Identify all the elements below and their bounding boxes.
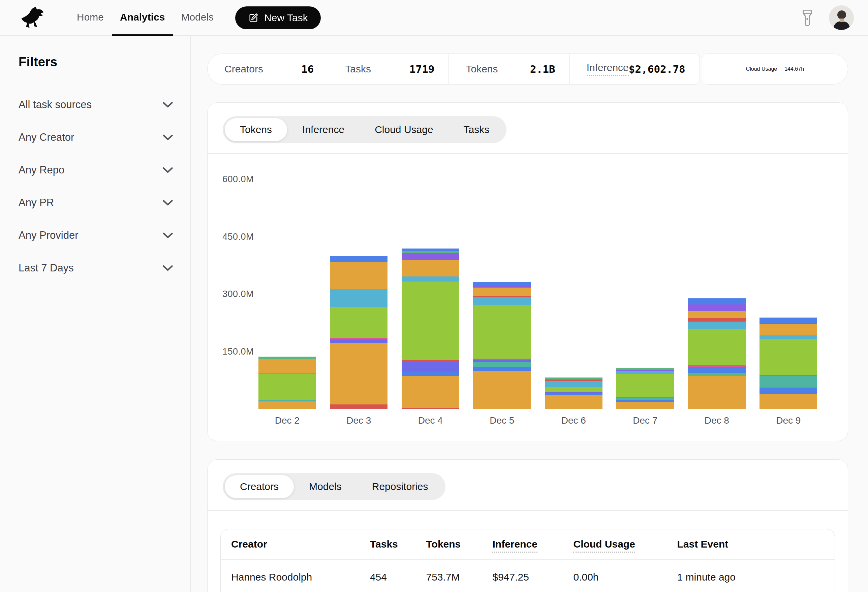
- chart-tabs-row: TokensInferenceCloud UsageTasks: [208, 103, 848, 153]
- stat-label: Tasks: [345, 63, 371, 75]
- chevron-down-icon: [163, 232, 173, 239]
- nav-link-models[interactable]: Models: [173, 0, 222, 36]
- cell-cloud-usage: 0.00h: [573, 571, 677, 583]
- bar-segment-orange: [258, 401, 316, 409]
- bar-slot-dec-7: [610, 160, 681, 409]
- table-tab-creators[interactable]: Creators: [225, 475, 294, 498]
- filter-any-pr[interactable]: Any PR: [19, 186, 173, 219]
- stacked-bar-dec-4[interactable]: [402, 249, 459, 409]
- stat-card-creators: Creators16: [208, 54, 328, 84]
- kangaroo-logo[interactable]: [20, 5, 51, 31]
- filter-label: Last 7 Days: [19, 262, 74, 274]
- table-body: Hannes Roodolph454753.7M$947.250.00h1 mi…: [221, 559, 835, 592]
- nav-link-home[interactable]: Home: [69, 0, 112, 36]
- bar-segment-royalBlue: [688, 298, 746, 305]
- stat-card-inference: Inference$2,602.78: [570, 54, 700, 84]
- bar-segment-green: [473, 305, 531, 358]
- tokens-chart: 150.0M300.0M450.0M600.0M Dec 2Dec 3Dec 4…: [208, 154, 848, 439]
- bar-segment-lightBlue: [545, 381, 602, 387]
- bar-segment-orange: [760, 394, 817, 409]
- filter-any-provider[interactable]: Any Provider: [19, 219, 173, 252]
- stacked-bar-dec-7[interactable]: [616, 368, 674, 409]
- stacked-bar-dec-5[interactable]: [473, 282, 531, 409]
- filter-any-repo[interactable]: Any Repo: [19, 153, 173, 186]
- chart-card: TokensInferenceCloud UsageTasks 150.0M30…: [207, 102, 848, 441]
- bar-segment-green: [330, 307, 388, 338]
- table-tabs: CreatorsModelsRepositories: [223, 473, 446, 500]
- filter-any-creator[interactable]: Any Creator: [19, 121, 173, 153]
- table-row-hannes-roodolph[interactable]: Hannes Roodolph454753.7M$947.250.00h1 mi…: [221, 559, 835, 592]
- stacked-bar-dec-3[interactable]: [330, 256, 388, 409]
- filter-label: Any Repo: [19, 164, 64, 176]
- chart-tab-tasks[interactable]: Tasks: [449, 118, 505, 141]
- avatar-image: [829, 6, 854, 30]
- new-task-label: New Task: [264, 12, 308, 24]
- x-label-dec-2: Dec 2: [251, 415, 323, 426]
- new-task-button[interactable]: New Task: [235, 6, 321, 29]
- bar-segment-lightBlue: [688, 322, 746, 328]
- table-tab-repositories[interactable]: Repositories: [357, 475, 443, 498]
- stacked-bar-dec-6[interactable]: [545, 377, 602, 409]
- column-header-last-event: Last Event: [677, 539, 835, 550]
- bar-segment-teal: [473, 362, 531, 367]
- bar-segment-orange: [402, 260, 459, 277]
- filters-title: Filters: [19, 55, 173, 69]
- stat-value: $2,602.78: [629, 63, 685, 75]
- bar-segment-orange: [258, 359, 316, 373]
- stacked-bar-dec-9[interactable]: [760, 318, 817, 409]
- bar-segment-green: [402, 281, 459, 361]
- bar-segment-seaGreen: [402, 251, 459, 253]
- stat-card-tasks: Tasks1719: [328, 54, 449, 84]
- bar-segment-orange: [688, 376, 746, 409]
- chart-tab-tokens[interactable]: Tokens: [225, 118, 287, 141]
- table-tab-models[interactable]: Models: [294, 475, 357, 498]
- bar-segment-teal: [760, 376, 817, 387]
- bar-segment-red: [688, 318, 746, 322]
- flashlight-icon[interactable]: [801, 9, 814, 27]
- chart-tab-cloud-usage[interactable]: Cloud Usage: [360, 118, 448, 141]
- bar-segment-green: [616, 374, 674, 397]
- stat-label[interactable]: Inference: [587, 62, 629, 76]
- user-avatar[interactable]: [829, 5, 854, 30]
- bar-segment-royalBlue: [402, 371, 459, 376]
- bar-slot-dec-9: [753, 160, 825, 409]
- bar-segment-red: [330, 404, 388, 409]
- y-tick-600.0M: 600.0M: [222, 174, 254, 184]
- column-header-creator: Creator: [231, 539, 370, 550]
- column-header-inference[interactable]: Inference: [492, 539, 573, 550]
- bar-slot-dec-5: [466, 160, 538, 409]
- bar-segment-seaGreen: [258, 356, 316, 359]
- stacked-bar-dec-8[interactable]: [688, 298, 746, 409]
- bar-segment-royalBlue: [330, 256, 388, 262]
- chart-tab-inference[interactable]: Inference: [287, 118, 360, 141]
- bar-segment-royalBlue: [473, 282, 531, 286]
- column-header-cloud-usage[interactable]: Cloud Usage: [573, 539, 677, 550]
- bar-segment-orange: [688, 311, 746, 318]
- filter-last-7-days[interactable]: Last 7 Days: [19, 252, 173, 284]
- creators-table: CreatorTasksTokensInferenceCloud UsageLa…: [220, 529, 835, 592]
- bar-slot-dec-6: [538, 160, 610, 409]
- y-tick-450.0M: 450.0M: [222, 231, 254, 242]
- bar-segment-orange: [473, 371, 531, 409]
- bar-segment-orange: [616, 402, 674, 409]
- chevron-down-icon: [163, 265, 173, 271]
- stacked-bar-dec-2[interactable]: [258, 356, 316, 409]
- chart-x-axis: Dec 2Dec 3Dec 4Dec 5Dec 6Dec 7Dec 8Dec 9: [251, 415, 824, 439]
- stats-row: Creators16Tasks1719Tokens2.1BInference$2…: [207, 53, 848, 84]
- stat-label[interactable]: Cloud Usage: [746, 66, 777, 72]
- chart-tabs: TokensInferenceCloud UsageTasks: [223, 116, 506, 143]
- chart-plot-area: 150.0M300.0M450.0M600.0M: [251, 160, 824, 409]
- nav-link-analytics[interactable]: Analytics: [112, 0, 173, 36]
- bar-segment-orange: [760, 324, 817, 336]
- y-tick-300.0M: 300.0M: [222, 289, 254, 299]
- y-tick-150.0M: 150.0M: [222, 346, 254, 357]
- stat-value: 144.67h: [784, 66, 804, 72]
- filter-all-task-sources[interactable]: All task sources: [19, 88, 173, 121]
- bar-segment-orange: [545, 395, 602, 409]
- bar-segment-lightBlue: [616, 371, 674, 374]
- column-header-tasks: Tasks: [370, 539, 426, 550]
- x-label-dec-8: Dec 8: [681, 415, 753, 426]
- chevron-down-icon: [163, 200, 173, 206]
- bar-segment-violet: [688, 305, 746, 311]
- filter-label: All task sources: [19, 99, 92, 111]
